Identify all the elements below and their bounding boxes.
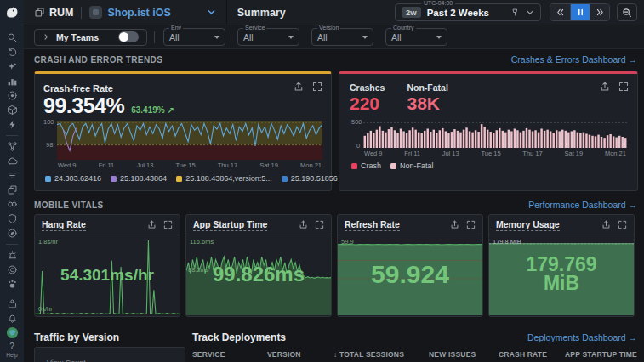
history-icon[interactable] [0, 45, 24, 59]
ci-visibility-icon[interactable] [0, 197, 24, 212]
performance-dashboard-link[interactable]: Performance Dashboard → [528, 200, 637, 210]
forward-button[interactable] [590, 4, 609, 20]
memory-usage-card: Memory Usage 179.8 MiB 179.769 MiB [488, 214, 635, 317]
y-axis-label: 500 [351, 118, 362, 126]
pause-button[interactable] [570, 4, 590, 20]
header-divider [226, 0, 227, 25]
col-total-sessions[interactable]: ↓ TOTAL SESSIONS [333, 350, 429, 359]
cloud-security-icon[interactable] [0, 154, 24, 168]
monitors-icon[interactable] [0, 248, 24, 263]
time-range-badge: 2w [402, 7, 421, 18]
y-axis-label: 0 [356, 142, 360, 150]
rum-dashboard: ?Help RUM Shop.ist iOS Summary UTC-04:00… [0, 0, 644, 362]
my-teams-label: My Teams [56, 32, 99, 42]
help-icon: ? [6, 342, 17, 352]
memory-usage-title[interactable]: Memory Usage [496, 219, 560, 231]
view-count-label: View Count [47, 359, 185, 362]
help-button[interactable]: ?Help [6, 342, 17, 359]
security-icon[interactable] [0, 212, 24, 226]
app-startup-time-title[interactable]: App Startup Time [193, 219, 267, 231]
y-axis-label: 116.6ms [190, 238, 214, 246]
product-name: RUM [49, 7, 73, 19]
time-range-picker[interactable]: UTC-04:00 2w Past 2 Weeks [395, 3, 541, 21]
expand-icon[interactable] [466, 220, 476, 229]
time-range-label: Past 2 Weeks [427, 8, 504, 18]
chevron-down-icon [526, 8, 534, 17]
service-dropdown[interactable]: Service All [237, 28, 299, 46]
animals-icon[interactable] [0, 277, 24, 291]
service-map-icon[interactable] [0, 139, 24, 154]
sidebar-divider [6, 135, 18, 136]
events-icon[interactable] [0, 117, 24, 132]
expand-icon[interactable] [618, 82, 629, 92]
expand-icon[interactable] [315, 220, 324, 229]
export-icon[interactable] [299, 220, 308, 229]
app-name: Shop.ist iOS [107, 7, 170, 19]
col-version[interactable]: VERSION [267, 350, 333, 359]
legend-item[interactable]: Non-Fatal [390, 161, 434, 170]
error-tracking-icon[interactable] [0, 263, 24, 277]
y-axis-label: 179.8 MiB [493, 238, 521, 246]
rum-icon[interactable] [0, 183, 24, 197]
header-divider [81, 7, 82, 19]
legend-item[interactable]: 25.190.51856 [282, 174, 338, 183]
search-icon[interactable] [0, 31, 24, 45]
crash-free-rate-title: Crash-free Rate [43, 83, 322, 93]
service-catalog-icon[interactable] [0, 226, 24, 240]
non-fatal-stat: Non-Fatal 38K [407, 82, 447, 114]
crashes-chart[interactable]: 500 0 [363, 121, 627, 148]
non-fatal-value: 38K [407, 93, 447, 114]
crashes-errors-dashboard-link[interactable]: Crashes & Errors Dashboard → [511, 54, 637, 65]
dashboards-icon[interactable] [0, 74, 24, 88]
y-axis-label: 59.9 [341, 238, 354, 246]
y-axis-label: 1.8s/hr [38, 238, 58, 246]
my-teams-filter[interactable]: My Teams [34, 29, 147, 46]
deployments-dashboard-link[interactable]: Deployments Dashboard → [527, 332, 637, 342]
col-service[interactable]: SERVICE [192, 350, 267, 359]
hang-rate-chart[interactable]: 1.8s/hr 0s/hr 54.301ms/hr [35, 235, 180, 315]
notifications-icon[interactable] [0, 311, 24, 325]
legend-item[interactable]: 24.303.62416 [45, 174, 101, 183]
legend-item[interactable]: 25.188.43864,version:5... [176, 174, 272, 183]
export-icon[interactable] [294, 82, 304, 92]
legend-swatch [111, 176, 117, 182]
col-crash-rate[interactable]: CRASH RATE [499, 350, 565, 359]
service-value: All [243, 32, 254, 42]
zoom-out-button[interactable] [617, 3, 637, 21]
hang-rate-title[interactable]: Hang Rate [42, 219, 86, 231]
export-icon[interactable] [600, 82, 610, 92]
refresh-rate-chart[interactable]: 59.9 59.924 [338, 235, 482, 315]
col-app-startup-time[interactable]: APP STARTUP TIME [565, 350, 638, 359]
legend-item[interactable]: Crash [351, 161, 381, 170]
integrations-icon[interactable] [0, 297, 24, 311]
my-teams-toggle[interactable] [118, 31, 139, 42]
env-dropdown[interactable]: Env All [163, 28, 225, 46]
app-startup-time-chart[interactable]: 116.6ms 88.2ms 99.826ms [186, 235, 331, 315]
memory-usage-chart[interactable]: 179.8 MiB 179.769 MiB [489, 235, 634, 315]
apm-icon[interactable] [0, 88, 24, 103]
x-axis-labels: Wed 9Fri 11Jul 13Tue 15Thu 17Sat 19Mon 2… [363, 150, 627, 157]
product-switcher[interactable]: RUM [34, 7, 73, 19]
pin-icon[interactable] [510, 8, 520, 17]
user-avatar[interactable] [0, 325, 24, 340]
log-management-icon[interactable] [0, 168, 24, 183]
crash-free-rate-value: 99.354% [43, 93, 124, 118]
application-selector[interactable]: Shop.ist iOS [89, 6, 215, 19]
export-icon[interactable] [147, 220, 157, 229]
sidebar-divider [6, 244, 18, 245]
rewind-button[interactable] [550, 4, 570, 20]
expand-icon[interactable] [163, 220, 173, 229]
col-new-issues[interactable]: NEW ISSUES [429, 350, 499, 359]
legend-item[interactable]: 25.188.43864 [111, 174, 167, 183]
version-dropdown[interactable]: Version All [311, 28, 373, 46]
export-icon[interactable] [450, 220, 459, 229]
export-icon[interactable] [601, 220, 611, 229]
country-dropdown[interactable]: Country All [385, 28, 447, 46]
expand-icon[interactable] [618, 220, 627, 229]
refresh-rate-title[interactable]: Refresh Rate [345, 219, 400, 231]
expand-icon[interactable] [312, 82, 322, 92]
infrastructure-icon[interactable] [0, 103, 24, 117]
watchdog-icon[interactable] [0, 59, 24, 74]
crash-free-rate-chart[interactable]: 100 98 [57, 121, 322, 160]
datadog-logo-icon[interactable] [3, 4, 20, 20]
